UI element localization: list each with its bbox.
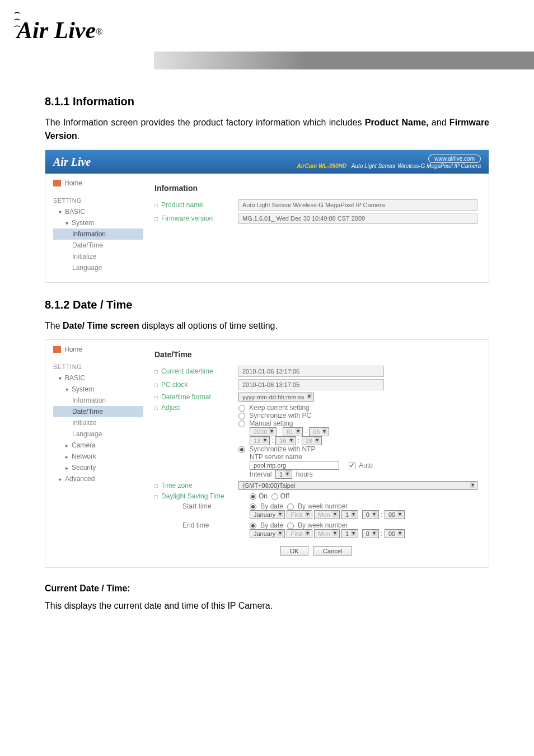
- brand-bar: Air Live www.airlive.com AirCam WL-350HD…: [45, 150, 489, 174]
- radio-keep[interactable]: [238, 405, 245, 412]
- start-byweek-label: By week number: [298, 502, 348, 510]
- end-hour[interactable]: 0: [362, 529, 379, 538]
- adjust-keep-label: Keep current setting: [249, 404, 309, 412]
- radio-start-byweek[interactable]: [287, 503, 294, 510]
- start-first[interactable]: First: [287, 510, 312, 519]
- sidebar-leaf-datetime[interactable]: Date/Time: [53, 240, 143, 251]
- sidebar-home-label-2: Home: [64, 346, 82, 353]
- firmware-version-value: MG.1.6.01_ Wed Dec 30 10:49:08 CST 2009: [238, 213, 477, 224]
- ntp-server-input[interactable]: pool.ntp.org: [250, 461, 339, 470]
- ntp-server-label: NTP server name: [238, 453, 477, 461]
- brand-logo-text: Air Live: [53, 156, 91, 169]
- end-first[interactable]: First: [287, 529, 312, 538]
- wifi-arcs-icon: ⌢⌢⌢: [13, 8, 21, 29]
- info-para-mid: and: [429, 118, 449, 127]
- manual-mm[interactable]: 16: [275, 436, 296, 445]
- sidebar-setting-label-2: SETTING: [53, 363, 143, 370]
- adjust-syncpc-row[interactable]: Synchronize with PC: [238, 412, 477, 419]
- adjust-label: Adjust: [154, 404, 238, 412]
- end-day[interactable]: 1: [341, 529, 358, 538]
- radio-dst-off[interactable]: [271, 493, 278, 500]
- datetime-format-label: Date/time format: [154, 393, 238, 401]
- ok-button[interactable]: OK: [280, 546, 308, 556]
- radio-dst-on[interactable]: [250, 493, 256, 500]
- sidebar-leaf-language-2[interactable]: Language: [53, 428, 143, 440]
- end-month[interactable]: January: [250, 529, 285, 538]
- adjust-manual-row[interactable]: Manual setting: [238, 419, 477, 427]
- information-paragraph: The Information screen provides the prod…: [45, 116, 489, 143]
- sidebar-leaf-initialize-2[interactable]: Initialize: [53, 417, 143, 428]
- sidebar-basic-label: BASIC: [65, 208, 85, 216]
- datetime-format-select[interactable]: yyyy-mm-dd hh:mm:ss: [238, 393, 314, 402]
- adjust-syncntp-row[interactable]: Synchronize with NTP: [238, 445, 477, 453]
- sidebar-leaf-information[interactable]: Information: [53, 228, 143, 240]
- sidebar-security[interactable]: Security: [53, 462, 143, 473]
- sidebar: Home SETTING BASIC System Information Da…: [45, 174, 143, 282]
- sidebar-network[interactable]: Network: [53, 451, 143, 462]
- datetime-paragraph: The Date/ Time screen displays all optio…: [45, 319, 489, 333]
- sidebar-basic[interactable]: BASIC: [53, 206, 143, 217]
- content-title-2: Date/Time: [154, 350, 477, 359]
- sidebar-basic-label-2: BASIC: [65, 374, 85, 382]
- end-mon[interactable]: Mon: [314, 529, 339, 538]
- interval-label: Interval: [250, 470, 271, 478]
- brand-model: AirCam WL-350HD: [297, 163, 346, 169]
- sidebar-leaf-datetime-2[interactable]: Date/Time: [53, 406, 143, 417]
- sidebar-camera-label: Camera: [72, 441, 96, 449]
- sidebar-camera[interactable]: Camera: [53, 440, 143, 451]
- start-hour[interactable]: 0: [362, 510, 379, 519]
- manual-hh[interactable]: 13: [250, 436, 270, 445]
- auto-label: Auto: [359, 461, 373, 469]
- sidebar-system-label: System: [72, 219, 94, 227]
- start-mon[interactable]: Mon: [314, 510, 339, 519]
- radio-manual[interactable]: [238, 421, 245, 427]
- adjust-manual-label: Manual setting: [249, 419, 293, 427]
- content-title: Information: [154, 184, 477, 193]
- dt-para-bold: Date/ Time screen: [63, 321, 139, 330]
- information-panel: Air Live www.airlive.com AirCam WL-350HD…: [45, 150, 489, 283]
- cancel-button[interactable]: Cancel: [313, 546, 352, 556]
- info-para-productname: Product Name,: [365, 118, 429, 127]
- product-name-label: Product name: [154, 201, 238, 209]
- sidebar-advanced-label: Advanced: [65, 475, 95, 483]
- radio-sync-ntp[interactable]: [238, 446, 245, 453]
- end-time-label: End time: [154, 521, 250, 529]
- pc-clock-label: PC clock: [154, 381, 238, 389]
- sidebar-leaf-initialize[interactable]: Initialize: [53, 251, 143, 262]
- brand-desc: Auto Light Sensor Wireless-G MegaPixel I…: [352, 163, 481, 169]
- adjust-keep-row[interactable]: Keep current setting: [238, 404, 477, 412]
- manual-year[interactable]: 2010: [250, 427, 277, 436]
- sidebar-advanced[interactable]: Advanced: [53, 473, 143, 484]
- end-byweek-label: By week number: [298, 521, 348, 529]
- start-month[interactable]: January: [250, 510, 285, 519]
- timezone-select[interactable]: (GMT+08:00)Taipei: [238, 481, 477, 490]
- manual-month[interactable]: 01: [283, 427, 303, 436]
- sidebar-home-2[interactable]: Home: [53, 346, 143, 353]
- auto-checkbox[interactable]: [349, 463, 355, 469]
- sidebar-leaf-language[interactable]: Language: [53, 262, 143, 273]
- manual-ss[interactable]: 28: [302, 436, 322, 445]
- brand-url-pill: www.airlive.com: [428, 155, 481, 163]
- start-min[interactable]: 00: [385, 510, 405, 519]
- sidebar-setting-label: SETTING: [53, 197, 143, 204]
- logo-text: Air Live: [17, 17, 96, 43]
- interval-select[interactable]: 1: [275, 470, 292, 479]
- current-date-time-paragraph: This displays the current date and time …: [45, 599, 489, 613]
- sidebar-system-2[interactable]: System: [53, 384, 143, 395]
- radio-end-byweek[interactable]: [287, 522, 294, 529]
- sidebar-home[interactable]: Home: [53, 179, 143, 187]
- sidebar-system[interactable]: System: [53, 217, 143, 228]
- manual-day[interactable]: 06: [309, 427, 329, 436]
- current-datetime-label: Current date/time: [154, 367, 238, 375]
- sidebar-basic-2[interactable]: BASIC: [53, 372, 143, 384]
- datetime-panel: Home SETTING BASIC System Information Da…: [45, 339, 489, 568]
- end-min[interactable]: 00: [385, 529, 405, 538]
- radio-sync-pc[interactable]: [238, 413, 245, 419]
- radio-start-bydate[interactable]: [250, 503, 256, 510]
- sidebar-2: Home SETTING BASIC System Information Da…: [45, 340, 143, 567]
- interval-unit: hours: [296, 470, 313, 478]
- start-day[interactable]: 1: [341, 510, 358, 519]
- decorative-band: [154, 52, 534, 69]
- radio-end-bydate[interactable]: [250, 522, 256, 529]
- sidebar-leaf-information-2[interactable]: Information: [53, 395, 143, 406]
